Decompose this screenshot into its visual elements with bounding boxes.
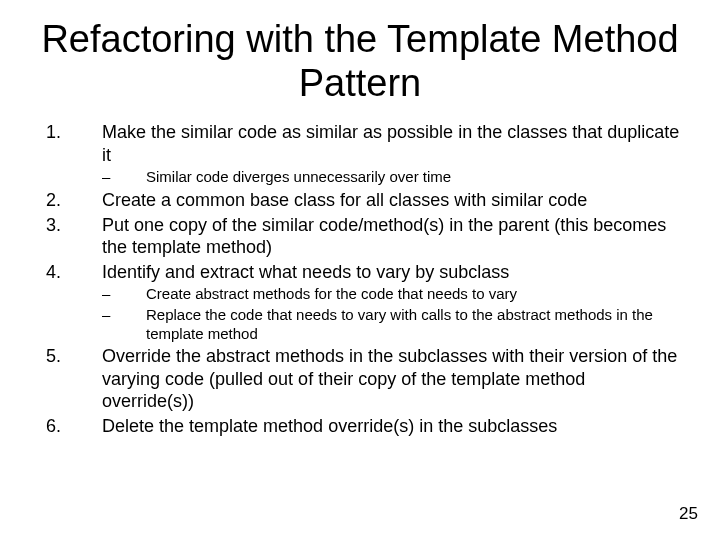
page-number: 25 xyxy=(679,504,698,524)
item-number: 1. xyxy=(40,121,102,166)
list-item: 5. Override the abstract methods in the … xyxy=(40,345,680,413)
sub-item-text: Similar code diverges unnecessarily over… xyxy=(146,168,680,187)
list-item: 3. Put one copy of the similar code/meth… xyxy=(40,214,680,259)
sub-list-item: – Replace the code that needs to vary wi… xyxy=(96,306,680,344)
bullet-dash-icon: – xyxy=(96,285,146,304)
sub-list-item: – Create abstract methods for the code t… xyxy=(96,285,680,304)
item-text: Identify and extract what needs to vary … xyxy=(102,261,680,284)
list-item: 4. Identify and extract what needs to va… xyxy=(40,261,680,284)
sub-list-item: – Similar code diverges unnecessarily ov… xyxy=(96,168,680,187)
item-number: 5. xyxy=(40,345,102,413)
item-number: 6. xyxy=(40,415,102,438)
list-item: 2. Create a common base class for all cl… xyxy=(40,189,680,212)
bullet-dash-icon: – xyxy=(96,168,146,187)
item-number: 3. xyxy=(40,214,102,259)
item-text: Create a common base class for all class… xyxy=(102,189,680,212)
slide-body: 1. Make the similar code as similar as p… xyxy=(40,121,680,437)
item-text: Make the similar code as similar as poss… xyxy=(102,121,680,166)
sub-item-text: Create abstract methods for the code tha… xyxy=(146,285,680,304)
list-item: 1. Make the similar code as similar as p… xyxy=(40,121,680,166)
item-number: 2. xyxy=(40,189,102,212)
bullet-dash-icon: – xyxy=(96,306,146,344)
item-text: Delete the template method override(s) i… xyxy=(102,415,680,438)
list-item: 6. Delete the template method override(s… xyxy=(40,415,680,438)
item-text: Put one copy of the similar code/method(… xyxy=(102,214,680,259)
slide: Refactoring with the Template Method Pat… xyxy=(0,0,720,540)
item-number: 4. xyxy=(40,261,102,284)
item-text: Override the abstract methods in the sub… xyxy=(102,345,680,413)
sub-item-text: Replace the code that needs to vary with… xyxy=(146,306,680,344)
slide-title: Refactoring with the Template Method Pat… xyxy=(40,18,680,105)
